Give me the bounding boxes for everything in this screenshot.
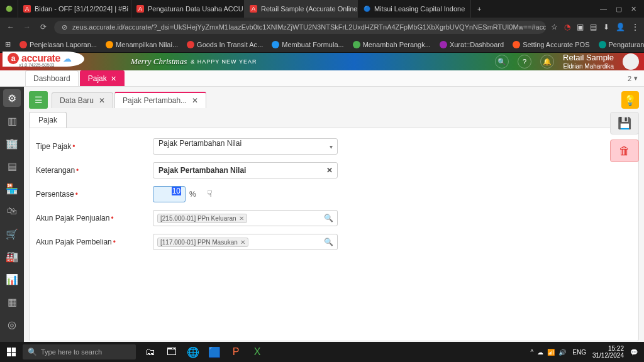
reload-icon[interactable]: ⟳ — [38, 23, 49, 31]
close-icon[interactable]: ✕ — [192, 96, 198, 105]
account-tag: [117.000-01] PPN Masukan ✕ — [157, 238, 248, 247]
rail-settings[interactable]: ⚙ — [3, 89, 21, 107]
input-value: Pajak Pertambahan Nilai — [158, 166, 246, 175]
browser-tab[interactable]: 🔵 Mitsui Leasing Capital Indone × — [358, 0, 471, 18]
whatsapp-icon: 🟢 — [5, 5, 13, 13]
tab-dashboard[interactable]: Dashboard — [25, 70, 79, 86]
input-persentase[interactable]: 10 — [153, 186, 186, 202]
browser-tab-active[interactable]: A Retail Sample (Accurate Online) × — [245, 0, 358, 18]
taskbar-app-chrome[interactable]: 🌐 — [184, 343, 203, 361]
star-icon[interactable]: ☆ — [551, 23, 558, 31]
chevron-up-icon[interactable]: ^ — [531, 349, 534, 356]
tab-title: Pengaturan Data Usaha ACCU — [148, 5, 243, 13]
rail-item[interactable]: ◎ — [3, 315, 21, 333]
taskbar-app[interactable]: 🗔 — [162, 343, 181, 361]
subtab-pajak-pertambahan[interactable]: Pajak Pertambah... ✕ — [114, 92, 206, 108]
volume-icon[interactable]: 🔊 — [558, 349, 566, 356]
bookmark-item[interactable]: Xurat::Dashboard — [440, 41, 504, 48]
tray-icon[interactable]: ☁ — [537, 349, 543, 356]
tab-counter[interactable]: 2 ▾ — [621, 70, 644, 86]
extension-icon[interactable]: ◔ — [564, 23, 570, 31]
close-icon[interactable]: ✕ — [631, 5, 636, 13]
download-icon[interactable]: ⬇ — [603, 23, 609, 31]
help-icon[interactable]: ? — [518, 55, 531, 69]
language-indicator[interactable]: ENG — [572, 349, 586, 356]
subtab-data-baru[interactable]: Data Baru ✕ — [52, 92, 113, 108]
delete-button[interactable]: 🗑 — [610, 140, 639, 162]
hint-button[interactable]: 💡 — [621, 91, 639, 109]
rail-item[interactable]: 🏢 — [3, 134, 21, 152]
search-icon[interactable]: 🔍 — [495, 55, 509, 69]
input-akun-penjualan[interactable]: [215.000-01] PPn Keluaran ✕ 🔍 — [153, 210, 338, 226]
rail-item[interactable]: 🏭 — [3, 248, 21, 265]
browser-tab[interactable]: A Bidan - OFF [31/12/2024] | #Bi × — [18, 0, 131, 18]
extension-icon[interactable]: ▣ — [577, 23, 584, 31]
detail-tab-pajak[interactable]: Pajak — [29, 112, 67, 128]
taskbar-search[interactable]: 🔍 Type here to search — [23, 344, 136, 359]
rail-item[interactable]: ▥ — [3, 112, 21, 129]
remove-tag-icon[interactable]: ✕ — [240, 239, 245, 246]
bookmark-item[interactable]: Membuat Formula... — [272, 41, 343, 48]
wifi-icon[interactable]: 📶 — [547, 349, 555, 356]
bookmark-item[interactable]: Menambah Perangk... — [353, 41, 431, 48]
favicon — [106, 41, 113, 48]
avatar[interactable] — [623, 53, 639, 70]
notification-icon[interactable]: 💬 — [630, 349, 638, 356]
rail-item[interactable]: 🛍 — [3, 202, 21, 220]
start-button[interactable] — [0, 342, 23, 362]
browser-tab[interactable]: 🟢 — [0, 0, 18, 18]
apps-icon[interactable]: ⊞ — [5, 40, 11, 48]
bookmark-item[interactable]: Pengaturan Pada Pri... — [599, 41, 644, 48]
search-icon[interactable]: 🔍 — [324, 214, 333, 222]
taskbar-app[interactable]: 🟦 — [205, 343, 224, 361]
clear-icon[interactable]: ✕ — [326, 166, 333, 175]
profile-icon[interactable]: 👤 — [616, 23, 625, 31]
bookmark-item[interactable]: Setting Accurate POS — [513, 41, 589, 48]
bookmark-item[interactable]: Penjelasan Laporan... — [19, 41, 97, 48]
extension-icon[interactable]: ▤ — [590, 23, 597, 31]
tab-pajak[interactable]: Pajak ✕ — [80, 70, 125, 86]
form-panel: Tipe Pajak• Pajak Pertambahan Nilai ▾ Ke… — [29, 128, 639, 341]
select-tipe-pajak[interactable]: Pajak Pertambahan Nilai ▾ — [153, 138, 338, 155]
favicon — [440, 41, 447, 48]
back-icon[interactable]: ← — [5, 23, 16, 31]
taskbar-clock[interactable]: 15:22 31/12/2024 — [592, 345, 624, 359]
taskbar-app-excel[interactable]: X — [248, 343, 267, 361]
sub-tabs: ☰ Data Baru ✕ Pajak Pertambah... ✕ 💡 — [29, 90, 639, 109]
rail-item[interactable]: 📊 — [3, 270, 21, 288]
user-info[interactable]: Retail Sample Eldrian Mahardika — [563, 53, 614, 69]
taskbar-app-explorer[interactable]: 🗂 — [141, 343, 160, 361]
url-input[interactable]: ⊘ zeus.accurate.id/accurate/?_dsi=UkSHej… — [54, 21, 546, 34]
system-tray[interactable]: ^ ☁ 📶 🔊 — [531, 349, 567, 356]
menu-icon[interactable]: ⋮ — [631, 23, 639, 31]
input-keterangan[interactable]: Pajak Pertambahan Nilai ✕ — [153, 162, 338, 178]
browser-tab[interactable]: A Pengaturan Data Usaha ACCU × — [131, 0, 245, 18]
rail-item[interactable]: ▦ — [3, 293, 21, 310]
window-controls: — ▢ ✕ — [592, 5, 644, 13]
rail-item[interactable]: 🛒 — [3, 225, 21, 243]
url-text: zeus.accurate.id/accurate/?_dsi=UkSHejYy… — [72, 23, 546, 31]
detail-tabs: Pajak — [29, 112, 639, 128]
app-header: a accurate ☁ v1.0.74225-50503 Merry Chri… — [0, 53, 644, 70]
forward-icon[interactable]: → — [21, 23, 33, 31]
close-icon[interactable]: ✕ — [99, 96, 105, 105]
bookmark-item[interactable]: Menampilkan Nilai... — [106, 41, 178, 48]
maximize-icon[interactable]: ▢ — [616, 5, 622, 13]
windows-icon — [7, 348, 16, 356]
rail-item[interactable]: 🏪 — [3, 180, 21, 197]
app-logo[interactable]: a accurate ☁ v1.0.74225-50503 — [3, 52, 84, 67]
rail-item[interactable]: ▤ — [3, 157, 21, 175]
content-area: ☰ Data Baru ✕ Pajak Pertambah... ✕ 💡 Paj… — [24, 87, 644, 342]
minimize-icon[interactable]: — — [600, 5, 607, 13]
bell-icon[interactable]: 🔔 — [540, 55, 554, 69]
close-icon[interactable]: ✕ — [111, 75, 116, 83]
bookmark-item[interactable]: Goods In Transit Ac... — [187, 41, 263, 48]
search-icon[interactable]: 🔍 — [324, 238, 333, 246]
remove-tag-icon[interactable]: ✕ — [239, 215, 244, 222]
save-button[interactable]: 💾 — [610, 112, 639, 134]
favicon: A — [136, 5, 144, 13]
input-akun-pembelian[interactable]: [117.000-01] PPN Masukan ✕ 🔍 — [153, 234, 338, 250]
list-toggle-button[interactable]: ☰ — [29, 91, 48, 109]
new-tab-button[interactable]: + — [471, 0, 487, 18]
taskbar-app-powerpoint[interactable]: P — [226, 343, 245, 361]
